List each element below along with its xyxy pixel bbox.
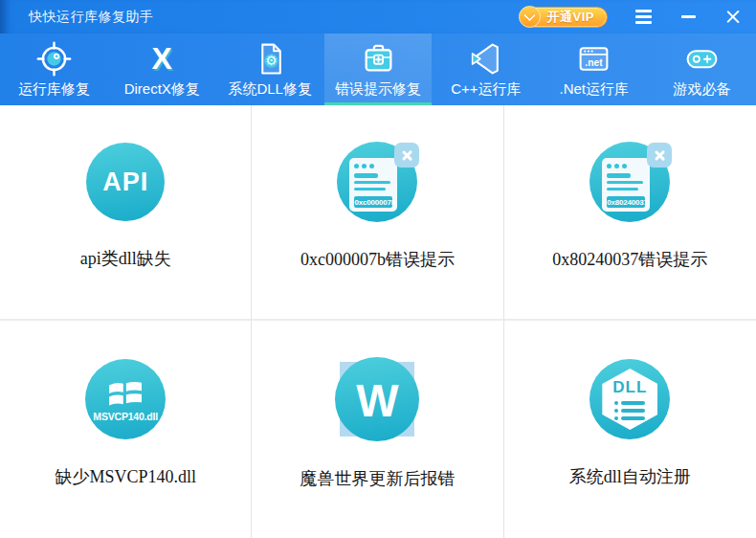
window-dots-icon	[607, 164, 645, 168]
x-badge-icon	[394, 143, 419, 168]
toolbox-icon	[361, 41, 396, 77]
titlebar: 快快运行库修复助手 开通VIP	[0, 0, 756, 34]
tab-label: C++运行库	[451, 80, 521, 99]
app-window: 快快运行库修复助手 开通VIP	[0, 0, 756, 538]
tab-error-tip-fix[interactable]: 错误提示修复	[324, 34, 433, 105]
menu-button[interactable]	[634, 6, 653, 29]
tab-label: 错误提示修复	[335, 80, 421, 99]
minimize-button[interactable]	[678, 6, 698, 29]
grid-item-api-dll-missing[interactable]: API api类dll缺失	[0, 105, 252, 321]
dotnet-window-icon: .net	[576, 41, 611, 77]
tab-label: DirectX修复	[124, 80, 200, 99]
dll-icon-text: DLL	[612, 378, 647, 397]
error-code-band: 0x80240037	[607, 196, 645, 208]
error-document: 0xc000007b	[349, 158, 397, 212]
item-label: 0xc000007b错误提示	[300, 248, 455, 271]
windows-logo-icon: MSVCP140.dll	[85, 359, 166, 439]
grid-item-msvcp140-missing[interactable]: MSVCP140.dll 缺少MSVCP140.dll	[0, 321, 252, 538]
tab-label: 游戏必备	[674, 80, 731, 99]
grid-item-0x80240037-error[interactable]: 0x80240037 0x80240037错误提示	[504, 105, 756, 321]
tab-game-essentials[interactable]: 游戏必备	[648, 34, 756, 105]
grid-item-0xc000007b-error[interactable]: 0xc000007b 0xc000007b错误提示	[252, 105, 503, 321]
repair-items-grid: API api类dll缺失 0xc000007b 0xc000007b错误提示	[0, 105, 756, 538]
item-label: 魔兽世界更新后报错	[300, 467, 455, 490]
close-icon	[725, 9, 742, 25]
grid-item-wow-update-error[interactable]: W 魔兽世界更新后报错	[252, 321, 503, 538]
item-label: 0x80240037错误提示	[552, 248, 707, 271]
error-code-band: 0xc000007b	[354, 196, 392, 208]
tab-label: .Net运行库	[559, 80, 629, 99]
visual-studio-icon	[468, 41, 503, 77]
wow-icon-text: W	[356, 371, 398, 426]
windows-flag-icon	[105, 377, 145, 410]
error-doc-icon: 0x80240037	[589, 142, 670, 222]
app-title: 快快运行库修复助手	[29, 9, 154, 26]
tab-cpp-runtime[interactable]: C++运行库	[432, 34, 540, 105]
main-nav: 运行库修复 X X DirectX修复 ⚙ 系统DLL修复	[0, 34, 756, 105]
document-gear-icon: ⚙	[253, 41, 288, 77]
wow-w-icon: W	[335, 357, 419, 441]
target-icon	[36, 41, 72, 77]
gamepad-icon	[684, 41, 720, 77]
api-circle-icon: API	[86, 143, 165, 221]
titlebar-controls: 开通VIP	[524, 6, 743, 29]
item-label: 系统dll自动注册	[569, 465, 691, 488]
item-label: api类dll缺失	[80, 247, 171, 270]
x-badge-icon	[647, 143, 672, 168]
tab-dotnet-runtime[interactable]: .net .Net运行库	[540, 34, 648, 105]
msvcp-icon-text: MSVCP140.dll	[93, 411, 158, 422]
tab-runtime-fix[interactable]: 运行库修复	[0, 34, 108, 105]
vip-button[interactable]: 开通VIP	[524, 7, 608, 28]
tab-system-dll-fix[interactable]: ⚙ 系统DLL修复	[216, 34, 324, 105]
directx-x-icon: X X	[145, 41, 180, 77]
dll-hexagon: DLL	[602, 369, 657, 430]
dll-hexagon-icon: DLL	[589, 359, 670, 439]
minimize-icon	[681, 15, 696, 17]
tab-label: 运行库修复	[18, 80, 90, 99]
vip-label: 开通VIP	[547, 9, 594, 26]
window-dots-icon	[354, 164, 392, 168]
grid-item-system-dll-register[interactable]: DLL 系统dll自动注册	[504, 321, 756, 538]
close-button[interactable]	[723, 6, 743, 29]
svg-text:X: X	[151, 41, 171, 76]
svg-text:⚙: ⚙	[265, 53, 277, 68]
item-label: 缺少MSVCP140.dll	[55, 465, 196, 488]
api-icon-text: API	[102, 168, 148, 197]
tab-directx-fix[interactable]: X X DirectX修复	[108, 34, 216, 105]
tab-label: 系统DLL修复	[228, 80, 312, 99]
vip-chevron-icon	[519, 6, 541, 28]
error-doc-icon: 0xc000007b	[337, 142, 417, 222]
svg-text:.net: .net	[586, 57, 604, 68]
error-document: 0x80240037	[602, 158, 650, 212]
hamburger-icon	[635, 10, 652, 23]
wow-circle: W	[335, 357, 419, 441]
